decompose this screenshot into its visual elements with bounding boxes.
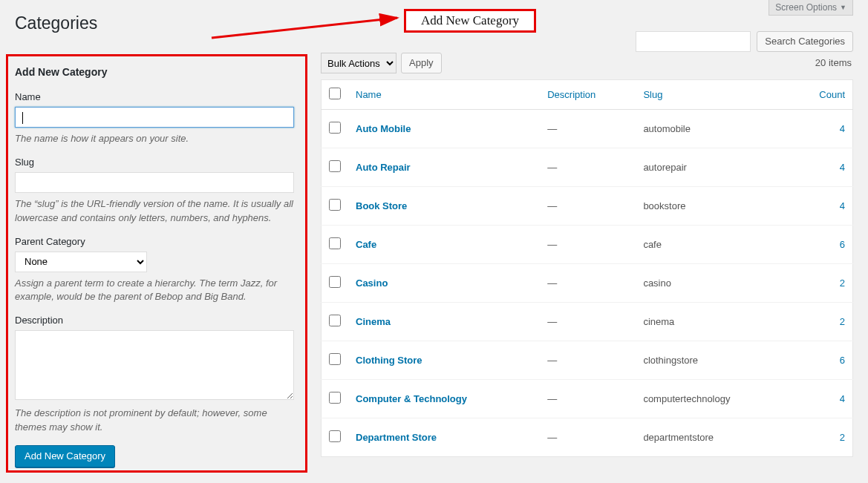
row-checkbox[interactable]	[329, 353, 341, 365]
category-name-link[interactable]: Clothing Store	[356, 355, 422, 366]
row-checkbox[interactable]	[329, 122, 341, 134]
category-description: —	[540, 110, 636, 148]
category-description: —	[540, 264, 636, 303]
category-count-link[interactable]: 2	[840, 432, 845, 443]
row-checkbox[interactable]	[329, 392, 341, 404]
slug-label: Slug	[15, 157, 294, 168]
row-checkbox[interactable]	[329, 237, 341, 249]
table-row: Book Store—bookstore4	[322, 187, 853, 226]
category-description: —	[540, 341, 636, 380]
table-row: Computer & Technology—computertechnology…	[322, 380, 853, 418]
slug-input[interactable]	[15, 172, 294, 193]
text-cursor	[22, 112, 23, 124]
row-checkbox[interactable]	[329, 430, 341, 442]
screen-options-label: Screen Options	[775, 2, 837, 13]
select-all-checkbox[interactable]	[329, 88, 341, 99]
row-checkbox[interactable]	[329, 160, 341, 172]
category-slug: departmentstore	[636, 418, 790, 457]
description-description: The description is not prominent by defa…	[15, 407, 294, 435]
category-count-link[interactable]: 2	[840, 316, 845, 327]
category-count-link[interactable]: 6	[840, 355, 845, 366]
description-label: Description	[15, 315, 294, 326]
category-description: —	[540, 303, 636, 341]
category-name-link[interactable]: Department Store	[356, 432, 437, 443]
parent-description: Assign a parent term to create a hierarc…	[15, 277, 294, 305]
parent-label: Parent Category	[15, 236, 294, 247]
category-name-link[interactable]: Auto Mobile	[356, 123, 411, 134]
bulk-actions-select[interactable]: Bulk Actions	[321, 53, 397, 73]
category-slug: casino	[636, 264, 790, 303]
row-checkbox[interactable]	[329, 276, 341, 288]
category-description: —	[540, 380, 636, 418]
category-count-link[interactable]: 4	[840, 123, 845, 134]
category-count-link[interactable]: 4	[840, 200, 845, 211]
category-description: —	[540, 226, 636, 264]
category-slug: clothingstore	[636, 341, 790, 380]
category-count-link[interactable]: 4	[840, 162, 845, 173]
table-row: Auto Repair—autorepair4	[322, 148, 853, 187]
form-heading: Add New Category	[15, 66, 294, 78]
category-slug: automobile	[636, 110, 790, 148]
category-description: —	[540, 148, 636, 187]
row-checkbox[interactable]	[329, 315, 341, 326]
column-header-count[interactable]: Count	[791, 80, 853, 110]
table-row: Casino—casino2	[322, 264, 853, 303]
search-input[interactable]	[636, 31, 751, 52]
description-textarea[interactable]	[15, 330, 294, 400]
category-name-link[interactable]: Cinema	[356, 316, 391, 327]
category-name-link[interactable]: Book Store	[356, 200, 407, 211]
category-slug: autorepair	[636, 148, 790, 187]
apply-button[interactable]: Apply	[401, 53, 442, 73]
table-row: Department Store—departmentstore2	[322, 418, 853, 457]
category-name-link[interactable]: Casino	[356, 277, 388, 289]
row-checkbox[interactable]	[329, 199, 341, 211]
items-count: 20 items	[815, 57, 852, 68]
annotation-callout: Add New Category	[404, 9, 536, 33]
category-name-link[interactable]: Computer & Technology	[356, 393, 467, 404]
category-slug: cinema	[636, 303, 790, 341]
slug-description: The “slug” is the URL-friendly version o…	[15, 197, 294, 226]
name-description: The name is how it appears on your site.	[15, 132, 294, 146]
name-input[interactable]	[15, 107, 294, 128]
table-row: Cinema—cinema2	[322, 303, 853, 341]
category-count-link[interactable]: 6	[840, 239, 845, 250]
table-row: Clothing Store—clothingstore6	[322, 341, 853, 380]
column-header-description[interactable]: Description	[540, 80, 636, 110]
column-header-name[interactable]: Name	[348, 80, 540, 110]
category-description: —	[540, 418, 636, 457]
category-name-link[interactable]: Auto Repair	[356, 162, 411, 173]
screen-options-toggle[interactable]: Screen Options ▼	[769, 0, 853, 16]
name-label: Name	[15, 91, 294, 102]
search-categories-button[interactable]: Search Categories	[757, 31, 853, 52]
category-name-link[interactable]: Cafe	[356, 239, 376, 250]
add-new-category-button[interactable]: Add New Category	[15, 445, 115, 467]
table-row: Cafe—cafe6	[322, 226, 853, 264]
chevron-down-icon: ▼	[840, 4, 846, 11]
category-description: —	[540, 187, 636, 226]
category-slug: cafe	[636, 226, 790, 264]
category-count-link[interactable]: 4	[840, 393, 845, 404]
category-slug: bookstore	[636, 187, 790, 226]
category-slug: computertechnology	[636, 380, 790, 418]
table-row: Auto Mobile—automobile4	[322, 110, 853, 148]
category-count-link[interactable]: 2	[840, 277, 845, 289]
parent-select[interactable]: None	[15, 252, 147, 272]
categories-table: Name Description Slug Count Auto Mobile—…	[321, 79, 853, 457]
column-header-slug[interactable]: Slug	[636, 80, 790, 110]
